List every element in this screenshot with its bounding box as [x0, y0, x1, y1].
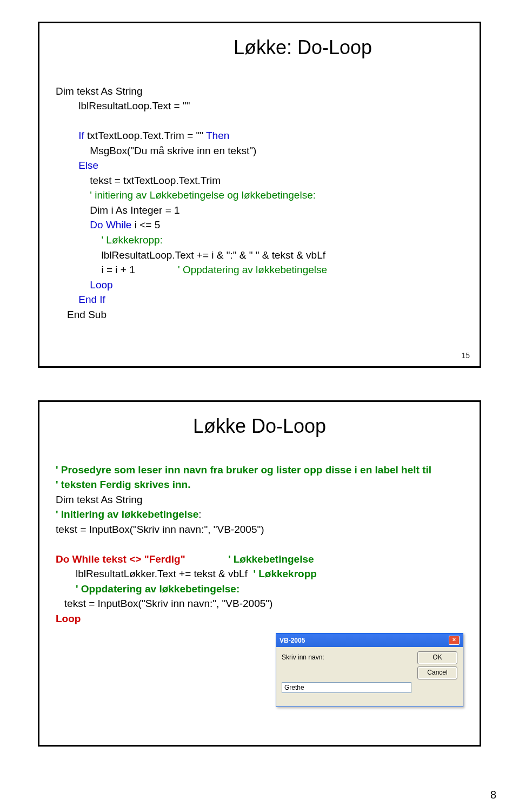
- code-line: End Sub: [56, 309, 107, 320]
- slide-1-number: 15: [461, 351, 470, 360]
- code-comment: ' initiering av Løkkebetingelse og løkke…: [56, 189, 316, 201]
- code-line: Dim tekst As String: [56, 494, 143, 505]
- dialog-title-text: VB-2005: [280, 637, 305, 644]
- slide-2: Løkke Do-Loop ' Prosedyre som leser inn …: [38, 400, 481, 747]
- close-icon[interactable]: ×: [449, 636, 460, 645]
- slide-1-code: Dim tekst As String lblResultatLoop.Text…: [56, 69, 463, 322]
- inputbox-dialog: VB-2005 × Skriv inn navn: OK Cancel: [276, 633, 463, 707]
- ok-button[interactable]: OK: [417, 651, 457, 664]
- code-line: Do While i <= 5: [56, 219, 160, 230]
- code-line: MsgBox("Du må skrive inn en tekst"): [56, 145, 256, 156]
- code-line: Loop: [56, 613, 81, 624]
- slide-1: Løkke: Do-Loop Dim tekst As String lblRe…: [38, 22, 481, 368]
- code-line: If txtTextLoop.Text.Trim = "" Then: [56, 130, 229, 141]
- dialog-body: Skriv inn navn: OK Cancel: [276, 647, 463, 698]
- code-line: Do While tekst <> "Ferdig" ' Løkkebeting…: [56, 553, 314, 565]
- code-comment: ' Initiering av løkkebetingelse:: [56, 509, 202, 520]
- code-line: tekst = InputBox("Skriv inn navn:", "VB-…: [56, 598, 272, 609]
- code-line: Else: [56, 160, 98, 171]
- page-number: 8: [490, 789, 496, 801]
- code-line: End If: [56, 294, 105, 305]
- code-line: Loop: [56, 279, 113, 291]
- code-comment: ' Løkkekropp:: [56, 234, 163, 246]
- code-line: lblResultatLoop.Text += i & ":" & " " & …: [56, 249, 325, 261]
- code-line: Dim tekst As String: [56, 85, 143, 97]
- code-comment: ' Prosedyre som leser inn navn fra bruke…: [56, 464, 431, 476]
- code-line: lblResultatLøkker.Text += tekst & vbLf '…: [56, 568, 317, 579]
- slide-1-title: Løkke: Do-Loop: [142, 36, 463, 59]
- code-comment: ' Oppdatering av løkkebetingelse:: [56, 583, 239, 595]
- code-line: lblResultatLoop.Text = "": [56, 100, 190, 111]
- slide-2-code: ' Prosedyre som leser inn navn fra bruke…: [56, 447, 463, 626]
- code-line: i = i + 1 ' Oppdatering av løkkebetingel…: [56, 264, 327, 275]
- code-line: tekst = InputBox("Skriv inn navn:", "VB-…: [56, 524, 264, 535]
- slide-2-title: Løkke Do-Loop: [56, 415, 463, 438]
- code-comment: ' teksten Ferdig skrives inn.: [56, 479, 191, 490]
- dialog-input[interactable]: [282, 682, 411, 693]
- code-line: Dim i As Integer = 1: [56, 204, 180, 216]
- page: Løkke: Do-Loop Dim tekst As String lblRe…: [0, 0, 519, 812]
- cancel-button[interactable]: Cancel: [417, 666, 457, 679]
- dialog-titlebar: VB-2005 ×: [276, 633, 463, 647]
- code-line: tekst = txtTextLoop.Text.Trim: [56, 175, 221, 186]
